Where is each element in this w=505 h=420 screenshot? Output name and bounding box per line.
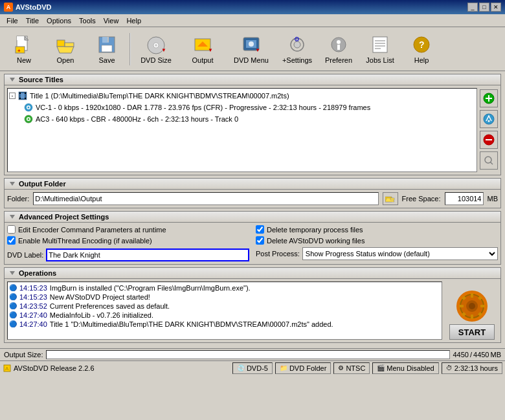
svg-rect-41	[19, 98, 21, 99]
svg-text:▼: ▼	[161, 47, 166, 53]
menu-tools[interactable]: Tools	[75, 16, 100, 26]
output-folder-header: Output Folder	[5, 179, 500, 190]
minimize-btn[interactable]: _	[467, 3, 478, 12]
check1-label: Edit Encoder Command Parameters at runti…	[18, 226, 166, 234]
browse-folder-btn[interactable]	[383, 192, 398, 205]
source-titles-body: - Title 1 (D:\Multimedia\BluTemp\THE DAR…	[5, 85, 500, 175]
output-size-value1: 4450	[453, 351, 468, 359]
svg-rect-11	[107, 37, 109, 42]
toolbar-new-btn[interactable]: + New	[4, 30, 44, 68]
toolbar-dvdsize-label: DVD Size	[140, 56, 172, 64]
post-process-row: Post Process: Show Progress Status windo…	[256, 247, 498, 260]
output-progress-bar	[46, 350, 451, 359]
toolbar-jobs-btn[interactable]: Jobs List	[360, 30, 400, 68]
output-section-arrow-icon	[8, 180, 16, 188]
check3-input[interactable]	[256, 225, 264, 234]
log-icon-3: 🔵	[9, 311, 17, 319]
remove-source-btn[interactable]	[480, 131, 498, 149]
list-item: 🔵 14:15:23 New AVStoDVD Project started!	[9, 293, 440, 302]
check3-label: Delete temporary process files	[267, 226, 363, 234]
dvdmenu-icon: ▼	[241, 34, 262, 55]
region-icon: ⚙	[338, 364, 344, 371]
svg-marker-59	[10, 182, 15, 186]
svg-marker-63	[10, 215, 15, 219]
start-button[interactable]: START	[449, 324, 495, 340]
menu-view[interactable]: View	[100, 16, 123, 26]
svg-point-46	[28, 107, 30, 109]
tree-expand-btn[interactable]: -	[9, 93, 16, 99]
status-output-type-text: DVD Folder	[289, 364, 326, 372]
toolbar-open-btn[interactable]: Open	[45, 30, 85, 68]
section-arrow-icon	[8, 76, 16, 83]
svg-rect-2	[17, 36, 25, 40]
release-icon: A	[3, 364, 12, 373]
menu-help[interactable]: Help	[122, 16, 145, 26]
toolbar-prefs-btn[interactable]: Preferen	[319, 30, 359, 68]
check4-row: Delete AVStoDVD working files	[256, 236, 498, 245]
toolbar-settings-btn[interactable]: ⚙ +Settings	[277, 30, 317, 68]
check1-row: Edit Encoder Command Parameters at runti…	[7, 225, 249, 234]
toolbar-save-btn[interactable]: Save	[87, 30, 127, 68]
tree-ac3-text: AC3 - 640 kbps - CBR - 48000Hz - 6ch - 2…	[36, 115, 238, 123]
toolbar-dvdmenu-btn[interactable]: ▼ DVD Menu	[227, 30, 276, 68]
toolbar: + New Open Save	[0, 27, 505, 71]
main-content: Source Titles - Title 1 (D:\Multimedia\B…	[0, 71, 505, 348]
toolbar-output-btn[interactable]: ▼ Output	[180, 30, 225, 68]
toolbar-dvdmenu-label: DVD Menu	[234, 56, 269, 64]
check2-label: Enable MultiThread Encoding (if availabl…	[18, 237, 152, 245]
source-titles-area: - Title 1 (D:\Multimedia\BluTemp\THE DAR…	[7, 88, 498, 172]
tree-title-row: - Title 1 (D:\Multimedia\BluTemp\THE DAR…	[9, 90, 475, 102]
folder-label: Folder:	[7, 195, 29, 203]
start-gear-icon	[456, 291, 488, 322]
app-icon: A	[4, 3, 13, 12]
mb-label: MB	[488, 195, 499, 203]
source-list: - Title 1 (D:\Multimedia\BluTemp\THE DAR…	[7, 88, 477, 172]
folder-input[interactable]	[33, 192, 378, 205]
freespace-label: Free Space:	[402, 195, 441, 203]
check2-row: Enable MultiThread Encoding (if availabl…	[7, 236, 249, 245]
tree-ac3-row: AC3 - 640 kbps - CBR - 48000Hz - 6ch - 2…	[9, 113, 475, 125]
list-item: 🔵 14:27:40 MediaInfoLib - v0.7.26 initia…	[9, 311, 440, 320]
operations-log[interactable]: 🔵 14:15:23 ImgBurn is installed ("C:\Pro…	[7, 282, 442, 340]
advanced-section-arrow-icon	[8, 213, 16, 221]
toolbar-dvdsize-btn[interactable]: ▼ DVD Size	[133, 30, 179, 68]
svg-rect-70	[480, 305, 485, 307]
release-text: AVStoDVD Release 2.2.6	[14, 364, 95, 372]
tree-vc1-row: VC-1 - 0 kbps - 1920x1080 - DAR 1.778 - …	[9, 102, 475, 113]
title-bar: A AVStoDVD _ □ ✕	[0, 0, 505, 14]
check1-input[interactable]	[7, 225, 16, 234]
log-time-0: 14:15:23	[19, 284, 47, 292]
svg-rect-12	[102, 45, 112, 52]
add-source-btn[interactable]	[480, 89, 498, 107]
maximize-btn[interactable]: □	[479, 3, 489, 12]
dvd-label-input[interactable]	[46, 249, 249, 261]
check4-input[interactable]	[256, 236, 264, 245]
log-text-4: Title 1 "D:\Multimedia\BluTemp\THE DARK …	[50, 320, 333, 328]
menu-options[interactable]: Options	[43, 16, 75, 26]
close-btn[interactable]: ✕	[491, 3, 501, 12]
post-process-select[interactable]: Show Progress Status window (default) No…	[302, 247, 498, 260]
toolbar-settings-label: +Settings	[282, 56, 312, 64]
output-icon: ▼	[192, 34, 213, 55]
log-time-3: 14:27:40	[19, 311, 47, 319]
advanced-settings-section: Advanced Project Settings Edit Encoder C…	[4, 211, 501, 265]
log-text-1: New AVStoDVD Project started!	[50, 293, 150, 301]
start-area: START	[446, 282, 498, 340]
status-bar: A AVStoDVD Release 2.2.6 💿 DVD-5 📁 DVD F…	[0, 360, 505, 375]
search-source-btn[interactable]	[480, 151, 498, 170]
check2-input[interactable]	[7, 236, 16, 245]
svg-rect-69	[459, 305, 464, 307]
folder-row: Folder: Free Space: 103014 MB	[5, 190, 500, 208]
toolbar-help-btn[interactable]: ? Help	[401, 30, 442, 68]
edit-source-btn[interactable]	[480, 110, 498, 128]
status-duration: ⏱ 2:32:13 hours	[442, 362, 502, 374]
menu-file[interactable]: File	[3, 16, 22, 26]
svg-rect-42	[25, 98, 26, 99]
source-titles-label: Source Titles	[19, 76, 63, 83]
status-region-text: NTSC	[346, 364, 365, 372]
menu-title[interactable]: Title	[22, 16, 43, 26]
title-bar-controls: _ □ ✕	[467, 3, 501, 12]
svg-point-54	[488, 120, 490, 122]
film-icon	[17, 91, 28, 101]
svg-rect-43	[21, 93, 25, 98]
